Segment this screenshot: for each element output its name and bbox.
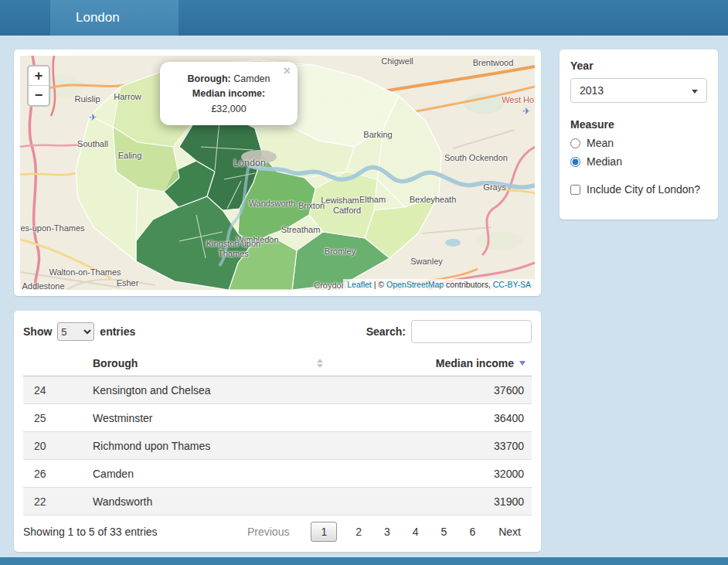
income-column-header[interactable]: Median income: [325, 357, 532, 369]
borough-column-header[interactable]: Borough: [85, 357, 325, 369]
search-input[interactable]: [411, 320, 532, 343]
entries-label: entries: [100, 325, 135, 338]
map-panel: Chigwell Brentwood Ruislip Harrow Southa…: [14, 49, 541, 296]
license-link[interactable]: CC-BY-SA: [493, 280, 531, 289]
sort-unsorted-icon: [317, 359, 323, 368]
table-row[interactable]: 22 Wandsworth 31900: [23, 488, 532, 516]
previous-page-button[interactable]: Previous: [236, 522, 300, 542]
year-select[interactable]: 2013: [571, 79, 706, 102]
tab-london-label: London: [76, 10, 120, 26]
radio-mean-input[interactable]: [570, 138, 580, 148]
radio-median-label: Median: [587, 155, 622, 168]
next-page-button[interactable]: Next: [488, 522, 532, 542]
popup-close-icon[interactable]: ×: [284, 66, 291, 77]
airport-icon: ✈: [89, 112, 97, 123]
year-label: Year: [570, 60, 707, 72]
page-button-4[interactable]: 4: [403, 522, 429, 542]
income-table: Borough Median income 24 Kensington and …: [23, 351, 532, 516]
bottom-bar: [0, 557, 728, 565]
page-button-6[interactable]: 6: [459, 522, 485, 542]
tab-london[interactable]: London: [50, 0, 179, 36]
zoom-in-button[interactable]: +: [29, 66, 49, 86]
table-row[interactable]: 26 Camden 32000: [23, 460, 532, 488]
page-button-5[interactable]: 5: [431, 522, 458, 542]
table-row[interactable]: 20 Richmond upon Thames 33700: [23, 432, 532, 460]
radio-mean-label: Mean: [587, 137, 614, 149]
radio-mean[interactable]: Mean: [570, 137, 707, 149]
radio-median-input[interactable]: [570, 157, 580, 167]
controls-panel: Year 2013 Measure Mean Median Include Ci…: [560, 49, 718, 220]
app-window: London: [0, 0, 728, 565]
osm-link[interactable]: OpenStreetMap: [386, 280, 444, 289]
page-button-3[interactable]: 3: [374, 522, 400, 542]
airport-icon: ✈: [522, 106, 530, 117]
page-button-2[interactable]: 2: [345, 522, 372, 542]
year-select-wrap: 2013: [570, 78, 707, 103]
pagination: Previous 1 2 3 4 5 6 Next: [234, 522, 532, 542]
map-zoom-control: + −: [27, 65, 50, 107]
choropleth-map[interactable]: Chigwell Brentwood Ruislip Harrow Southa…: [20, 56, 535, 290]
table-header-row: Borough Median income: [23, 351, 532, 376]
show-label: Show: [23, 325, 52, 338]
search-label: Search:: [366, 325, 406, 338]
map-popup: × Borough: Camden Median income: £32,000: [160, 62, 298, 125]
map-attribution: Leaflet | © OpenStreetMap contributors, …: [343, 279, 535, 290]
popup-borough-line: Borough: Camden: [174, 72, 284, 87]
table-row[interactable]: 24 Kensington and Chelsea 37600: [23, 376, 532, 404]
table-row[interactable]: 25 Westminster 36400: [23, 404, 532, 432]
zoom-out-button[interactable]: −: [29, 86, 49, 105]
table-info: Showing 1 to 5 of 33 entries: [23, 526, 158, 538]
page-button-1[interactable]: 1: [311, 522, 337, 542]
radio-median[interactable]: Median: [570, 155, 707, 168]
popup-income-line: Median income: £32,000: [174, 87, 284, 117]
page-length-select[interactable]: 5: [57, 322, 94, 341]
navbar: London: [0, 0, 728, 36]
sort-descending-icon: [519, 361, 526, 366]
measure-label: Measure: [570, 118, 707, 131]
leaflet-link[interactable]: Leaflet: [347, 280, 372, 289]
datatable-panel: Show 5 entries Search: Borough Median in…: [14, 311, 541, 552]
include-city-checkbox[interactable]: [570, 185, 580, 195]
include-city-checkbox-row[interactable]: Include City of London?: [570, 183, 707, 196]
include-city-label: Include City of London?: [587, 183, 700, 196]
